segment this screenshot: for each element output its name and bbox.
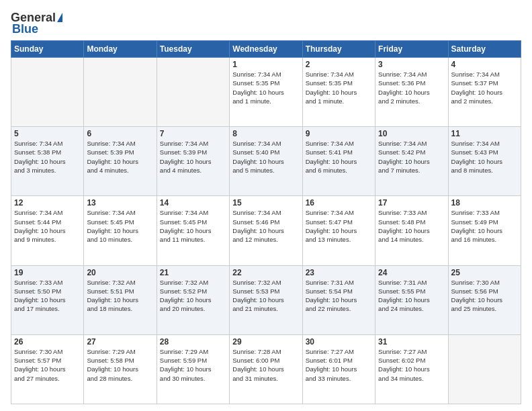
day-detail: Sunrise: 7:34 AMSunset: 5:46 PMDaylight:…: [232, 208, 299, 244]
weekday-header-sunday: Sunday: [11, 41, 84, 58]
day-detail: Sunrise: 7:34 AMSunset: 5:42 PMDaylight:…: [378, 139, 445, 175]
calendar-cell: [84, 58, 157, 127]
day-detail: Sunrise: 7:32 AMSunset: 5:51 PMDaylight:…: [87, 278, 153, 314]
day-detail: Sunrise: 7:28 AMSunset: 6:00 PMDaylight:…: [232, 347, 299, 383]
page: General Blue SundayMondayTuesdayWednesda…: [0, 0, 532, 411]
day-number: 6: [87, 129, 153, 138]
calendar-cell: 31Sunrise: 7:27 AMSunset: 6:02 PMDayligh…: [375, 334, 448, 404]
day-number: 30: [306, 337, 372, 347]
day-number: 5: [14, 129, 81, 138]
calendar-cell: 9Sunrise: 7:34 AMSunset: 5:41 PMDaylight…: [302, 127, 375, 196]
calendar-cell: 14Sunrise: 7:34 AMSunset: 5:45 PMDayligh…: [157, 196, 229, 265]
day-detail: Sunrise: 7:30 AMSunset: 5:57 PMDaylight:…: [14, 347, 81, 383]
day-number: 31: [378, 337, 445, 347]
day-number: 21: [160, 268, 226, 277]
day-detail: Sunrise: 7:34 AMSunset: 5:39 PMDaylight:…: [87, 139, 153, 175]
day-number: 7: [160, 129, 226, 138]
day-detail: Sunrise: 7:27 AMSunset: 6:02 PMDaylight:…: [378, 347, 445, 383]
day-number: 28: [160, 337, 226, 347]
calendar-week-row: 19Sunrise: 7:33 AMSunset: 5:50 PMDayligh…: [11, 265, 521, 334]
day-detail: Sunrise: 7:34 AMSunset: 5:43 PMDaylight:…: [451, 139, 518, 175]
calendar-cell: 6Sunrise: 7:34 AMSunset: 5:39 PMDaylight…: [84, 127, 157, 196]
calendar-cell: 12Sunrise: 7:34 AMSunset: 5:44 PMDayligh…: [11, 196, 84, 265]
weekday-header-tuesday: Tuesday: [157, 41, 229, 58]
calendar-cell: 17Sunrise: 7:33 AMSunset: 5:48 PMDayligh…: [375, 196, 448, 265]
calendar-cell: [11, 58, 84, 127]
weekday-header-monday: Monday: [84, 41, 157, 58]
day-detail: Sunrise: 7:34 AMSunset: 5:40 PMDaylight:…: [232, 139, 299, 175]
day-number: 20: [87, 268, 153, 277]
calendar-cell: 5Sunrise: 7:34 AMSunset: 5:38 PMDaylight…: [11, 127, 84, 196]
day-number: 1: [232, 60, 299, 69]
day-number: 14: [160, 198, 226, 208]
calendar-week-row: 26Sunrise: 7:30 AMSunset: 5:57 PMDayligh…: [11, 334, 521, 404]
calendar-week-row: 1Sunrise: 7:34 AMSunset: 5:35 PMDaylight…: [11, 58, 521, 127]
day-number: 2: [306, 60, 372, 69]
day-detail: Sunrise: 7:34 AMSunset: 5:41 PMDaylight:…: [306, 139, 372, 175]
weekday-header-friday: Friday: [375, 41, 448, 58]
logo: General Blue: [11, 11, 62, 36]
day-number: 9: [306, 129, 372, 138]
day-number: 29: [232, 337, 299, 347]
day-detail: Sunrise: 7:34 AMSunset: 5:38 PMDaylight:…: [14, 139, 81, 175]
day-number: 17: [378, 198, 445, 208]
calendar-cell: 2Sunrise: 7:34 AMSunset: 5:35 PMDaylight…: [302, 58, 375, 127]
day-number: 24: [378, 268, 445, 277]
calendar-week-row: 5Sunrise: 7:34 AMSunset: 5:38 PMDaylight…: [11, 127, 521, 196]
day-number: 3: [378, 60, 445, 69]
day-detail: Sunrise: 7:32 AMSunset: 5:52 PMDaylight:…: [160, 278, 226, 314]
day-number: 11: [451, 129, 518, 138]
calendar-cell: [157, 58, 229, 127]
calendar-cell: 30Sunrise: 7:27 AMSunset: 6:01 PMDayligh…: [302, 334, 375, 404]
day-detail: Sunrise: 7:34 AMSunset: 5:39 PMDaylight:…: [160, 139, 226, 175]
day-detail: Sunrise: 7:32 AMSunset: 5:53 PMDaylight:…: [232, 278, 299, 314]
calendar-cell: 29Sunrise: 7:28 AMSunset: 6:00 PMDayligh…: [230, 334, 302, 404]
day-detail: Sunrise: 7:29 AMSunset: 5:59 PMDaylight:…: [160, 347, 226, 383]
day-detail: Sunrise: 7:34 AMSunset: 5:47 PMDaylight:…: [306, 208, 372, 244]
weekday-header-saturday: Saturday: [448, 41, 521, 58]
calendar-cell: 18Sunrise: 7:33 AMSunset: 5:49 PMDayligh…: [448, 196, 521, 265]
day-number: 23: [306, 268, 372, 277]
calendar-cell: 1Sunrise: 7:34 AMSunset: 5:35 PMDaylight…: [230, 58, 302, 127]
day-detail: Sunrise: 7:33 AMSunset: 5:48 PMDaylight:…: [378, 208, 445, 244]
day-detail: Sunrise: 7:33 AMSunset: 5:50 PMDaylight:…: [14, 278, 81, 314]
day-number: 10: [378, 129, 445, 138]
day-detail: Sunrise: 7:34 AMSunset: 5:37 PMDaylight:…: [451, 70, 518, 105]
calendar-cell: 11Sunrise: 7:34 AMSunset: 5:43 PMDayligh…: [448, 127, 521, 196]
header: General Blue: [11, 8, 521, 36]
calendar-week-row: 12Sunrise: 7:34 AMSunset: 5:44 PMDayligh…: [11, 196, 521, 265]
day-detail: Sunrise: 7:34 AMSunset: 5:45 PMDaylight:…: [87, 208, 153, 244]
logo-triangle-icon: [57, 13, 62, 22]
day-detail: Sunrise: 7:34 AMSunset: 5:45 PMDaylight:…: [160, 208, 226, 244]
calendar-cell: 25Sunrise: 7:30 AMSunset: 5:56 PMDayligh…: [448, 265, 521, 334]
day-detail: Sunrise: 7:29 AMSunset: 5:58 PMDaylight:…: [87, 347, 153, 383]
calendar-cell: 19Sunrise: 7:33 AMSunset: 5:50 PMDayligh…: [11, 265, 84, 334]
calendar-cell: 10Sunrise: 7:34 AMSunset: 5:42 PMDayligh…: [375, 127, 448, 196]
day-number: 25: [451, 268, 518, 277]
calendar-cell: 21Sunrise: 7:32 AMSunset: 5:52 PMDayligh…: [157, 265, 229, 334]
calendar-cell: 20Sunrise: 7:32 AMSunset: 5:51 PMDayligh…: [84, 265, 157, 334]
calendar-cell: 7Sunrise: 7:34 AMSunset: 5:39 PMDaylight…: [157, 127, 229, 196]
day-detail: Sunrise: 7:27 AMSunset: 6:01 PMDaylight:…: [306, 347, 372, 383]
calendar-cell: 24Sunrise: 7:31 AMSunset: 5:55 PMDayligh…: [375, 265, 448, 334]
day-detail: Sunrise: 7:31 AMSunset: 5:54 PMDaylight:…: [306, 278, 372, 314]
day-detail: Sunrise: 7:30 AMSunset: 5:56 PMDaylight:…: [451, 278, 518, 314]
calendar-cell: 3Sunrise: 7:34 AMSunset: 5:36 PMDaylight…: [375, 58, 448, 127]
calendar-cell: 16Sunrise: 7:34 AMSunset: 5:47 PMDayligh…: [302, 196, 375, 265]
day-number: 4: [451, 60, 518, 69]
calendar-table: SundayMondayTuesdayWednesdayThursdayFrid…: [11, 40, 521, 404]
calendar-cell: 22Sunrise: 7:32 AMSunset: 5:53 PMDayligh…: [230, 265, 302, 334]
weekday-header-wednesday: Wednesday: [230, 41, 302, 58]
day-number: 16: [306, 198, 372, 208]
day-detail: Sunrise: 7:34 AMSunset: 5:35 PMDaylight:…: [306, 70, 372, 105]
day-number: 22: [232, 268, 299, 277]
weekday-header-thursday: Thursday: [302, 41, 375, 58]
day-detail: Sunrise: 7:31 AMSunset: 5:55 PMDaylight:…: [378, 278, 445, 314]
day-number: 8: [232, 129, 299, 138]
calendar-cell: 23Sunrise: 7:31 AMSunset: 5:54 PMDayligh…: [302, 265, 375, 334]
logo-blue-text: Blue: [12, 22, 38, 36]
day-number: 26: [14, 337, 81, 347]
calendar-cell: 4Sunrise: 7:34 AMSunset: 5:37 PMDaylight…: [448, 58, 521, 127]
calendar-cell: 13Sunrise: 7:34 AMSunset: 5:45 PMDayligh…: [84, 196, 157, 265]
calendar-cell: 15Sunrise: 7:34 AMSunset: 5:46 PMDayligh…: [230, 196, 302, 265]
